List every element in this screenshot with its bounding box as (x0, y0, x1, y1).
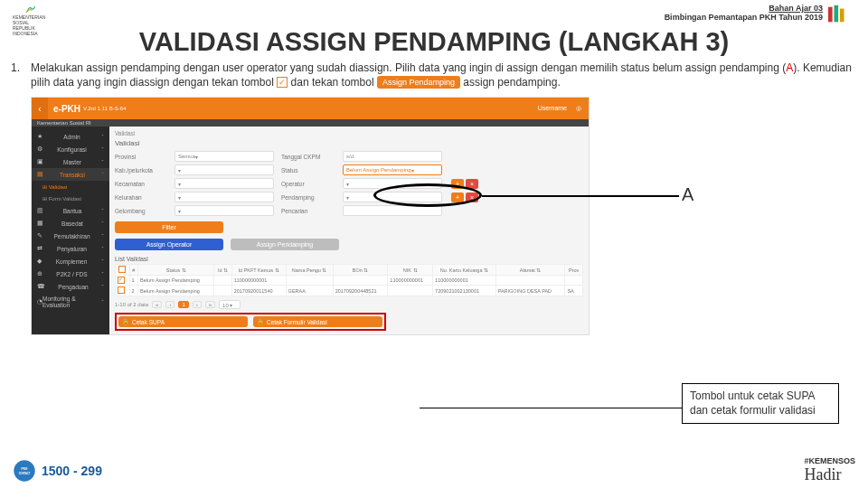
contact-number: PKHCONTACT 1500 - 299 (13, 459, 102, 483)
assign-pendamping-inline-btn: Assign Pendamping (377, 76, 460, 89)
sidebar-item-admin[interactable]: ★ Admin˅ (32, 130, 109, 143)
panel-title: Validasi (115, 139, 583, 147)
svg-rect-2 (840, 9, 844, 23)
assign-operator-button[interactable]: Assign Operator (115, 239, 223, 250)
breadcrumb: Validasi (115, 130, 583, 136)
pd-del-btn[interactable]: × (466, 192, 478, 202)
sidebar-item-basedat[interactable]: ▦ Basedat˅ (32, 217, 109, 230)
app-screenshot: ‹ e-PKH V.2rd 1.11 B-S-64 Username ◎ Kem… (31, 97, 590, 335)
pager-prev[interactable]: ‹ (165, 301, 175, 308)
provinsi-select[interactable]: Semua ▾ (175, 151, 274, 162)
doc-header: Bahan Ajar 03 Bimbingan Pemantapan PKH T… (665, 4, 823, 22)
pendamping-select[interactable]: ▾ (343, 192, 442, 202)
sidebar-item-konfigurasi[interactable]: ⚙ Konfigurasi˅ (32, 143, 109, 155)
sidebar-item-penyaluran[interactable]: ⇄ Penyaluran˅ (32, 242, 109, 255)
sidebar-sub-validasi[interactable]: ⊞ Validasi (32, 181, 109, 192)
checkbox-icon (277, 77, 288, 88)
pkh-logo (823, 4, 855, 36)
annotation-line-callout (420, 408, 682, 408)
pager-size-select[interactable]: 10 ▾ (219, 300, 241, 309)
kab-select[interactable]: ▾ (175, 164, 274, 175)
operator-select[interactable]: ▾ (343, 178, 442, 189)
svg-point-3 (14, 460, 34, 481)
sidebar-item-bantua[interactable]: ▥ Bantua˅ (32, 204, 109, 217)
instruction-text: 1. Melakukan assign pendamping dengan us… (0, 57, 868, 93)
op-add-btn[interactable]: + (451, 179, 464, 189)
pager-page-1[interactable]: 1 (178, 301, 188, 308)
sidebar: ★ Admin˅ ⚙ Konfigurasi˅ ▣ Master˅ ▤ Tran… (32, 127, 109, 334)
sidebar-item-pengaduan[interactable]: ☎ Pengaduan˅ (32, 280, 109, 293)
user-menu[interactable]: Username (538, 105, 567, 112)
pager-next[interactable]: › (193, 301, 202, 308)
sidebar-item-transaksi[interactable]: ▤ Transaksi˅ (32, 168, 109, 181)
svg-rect-0 (828, 7, 833, 23)
pager-last[interactable]: » (205, 301, 215, 308)
sidebar-item-p2k2[interactable]: ⊕ P2K2 / FDS˅ (32, 267, 109, 280)
pd-add-btn[interactable]: + (451, 192, 464, 202)
assign-pendamping-button[interactable]: Assign Pendamping (231, 239, 339, 250)
slide-title: VALIDASI ASSIGN PENDAMPING (LANGKAH 3) (0, 27, 868, 57)
gelombang-select[interactable]: ▾ (175, 205, 274, 216)
sidebar-item-komplemen[interactable]: ◆ Komplemen˅ (32, 255, 109, 267)
kemensos-hadir-logo: #KEMENSOS Hadir (804, 456, 855, 484)
svg-rect-1 (834, 5, 838, 22)
callout-text: Tombol untuk cetak SUPA dan cetak formul… (682, 383, 839, 424)
cetak-formulir-button[interactable]: 🔒 Cetak Formulir Validasi (253, 316, 382, 327)
table-row[interactable]: 2Belum Assign Pendamping20170920011540GE… (116, 286, 583, 296)
row-checkbox[interactable] (118, 277, 125, 284)
sidebar-item-pemutakhiran[interactable]: ✎ Pemutakhiran˅ (32, 230, 109, 242)
svg-text:CONTACT: CONTACT (19, 471, 31, 474)
sidebar-item-monev[interactable]: ◔ Monitoring & Evaluation˅ (32, 293, 109, 311)
sidebar-sub-form-validasi[interactable]: ⊞ Form Validasi (32, 192, 109, 204)
svg-text:PKH: PKH (22, 466, 29, 470)
settings-icon[interactable]: ◎ (576, 105, 581, 112)
pencarian-input[interactable] (343, 205, 442, 216)
sidebar-item-master[interactable]: ▣ Master˅ (32, 155, 109, 168)
row-checkbox[interactable] (118, 286, 125, 294)
select-all-checkbox[interactable] (118, 266, 126, 273)
validasi-table: #Status ⇅Id ⇅Id PKFT Kemos ⇅Nama Pengu ⇅… (115, 264, 583, 296)
app-brand: e-PKH (53, 104, 80, 114)
print-buttons-group: 🔒 Cetak SUPA 🔒 Cetak Formulir Validasi (115, 313, 386, 331)
kecamatan-select[interactable]: ▾ (175, 178, 274, 189)
kemensos-logo: KEMENTERIAN SOSIAL REPUBLIK INDONESIA (13, 4, 49, 36)
annotation-label-a: A (682, 184, 693, 205)
list-title: List Validasi (115, 256, 583, 262)
tanggal-input[interactable]: s/d (343, 151, 442, 162)
op-del-btn[interactable]: × (466, 179, 478, 189)
table-row[interactable]: 1Belum Assign Pendamping1100000000011100… (116, 276, 583, 286)
cetak-supa-button[interactable]: 🔒 Cetak SUPA (118, 316, 248, 327)
pager-first[interactable]: « (152, 301, 162, 308)
back-button[interactable]: ‹ (32, 98, 48, 119)
kelurahan-select[interactable]: ▾ (175, 192, 274, 202)
filter-button[interactable]: Filter (115, 221, 223, 233)
status-select[interactable]: Belum Assign Pendamping ▾ (343, 164, 442, 175)
